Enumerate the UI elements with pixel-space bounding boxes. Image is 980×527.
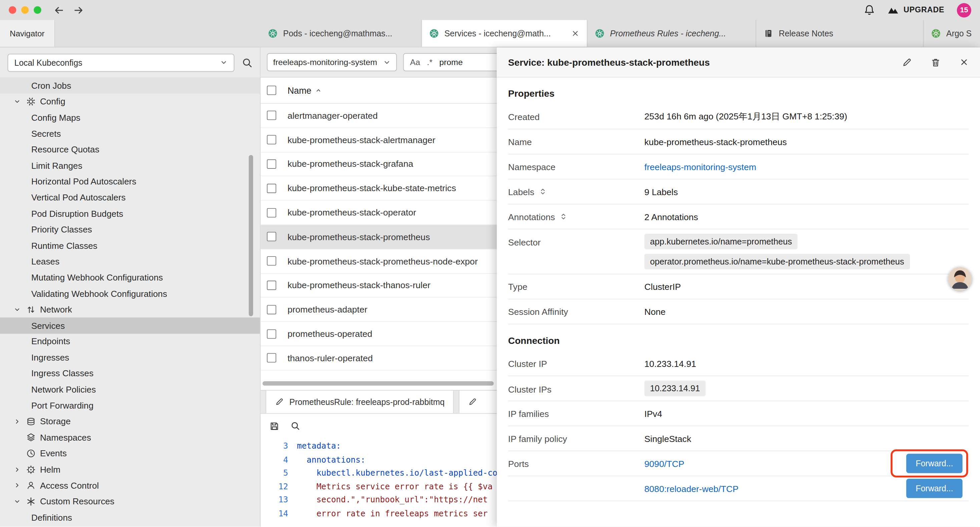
sidebar-item-horizontal-pod-autoscalers[interactable]: Horizontal Pod Autoscalers xyxy=(0,174,260,189)
search-input[interactable]: Aa .* prome xyxy=(403,53,497,71)
table-row-thanos-ruler-operated[interactable]: thanos-ruler-operated xyxy=(261,346,497,371)
sidebar-item-custom-resources[interactable]: Custom Resources xyxy=(0,493,260,509)
value-text[interactable]: freeleaps-monitoring-system xyxy=(644,161,756,172)
minimize-window-button[interactable] xyxy=(21,6,29,14)
row-checkbox[interactable] xyxy=(267,329,276,339)
tab-services-icecheng-math[interactable]: Services - icecheng@math... xyxy=(422,20,588,47)
forward-button[interactable]: Forward... xyxy=(906,454,963,473)
sidebar-item-namespaces[interactable]: Namespaces xyxy=(0,429,260,445)
sidebar-item-priority-classes[interactable]: Priority Classes xyxy=(0,221,260,237)
tab-pods-icecheng-mathmas[interactable]: Pods - icecheng@mathmas... xyxy=(261,20,422,47)
dock-tab-next[interactable] xyxy=(459,390,497,413)
row-checkbox[interactable] xyxy=(267,256,276,266)
sidebar-item-secrets[interactable]: Secrets xyxy=(0,126,260,142)
row-checkbox[interactable] xyxy=(267,280,276,290)
row-checkbox[interactable] xyxy=(267,183,276,193)
sidebar-item-resource-quotas[interactable]: Resource Quotas xyxy=(0,142,260,158)
sidebar-item-pod-disruption-budgets[interactable]: Pod Disruption Budgets xyxy=(0,205,260,221)
row-checkbox[interactable] xyxy=(267,232,276,242)
select-all-checkbox[interactable] xyxy=(267,86,276,95)
match-case-toggle[interactable]: Aa xyxy=(410,57,420,67)
name-column-header[interactable]: Name xyxy=(288,85,322,96)
tab-release-notes[interactable]: Release Notes xyxy=(756,20,924,47)
back-button[interactable] xyxy=(54,5,64,15)
chevron-down-icon[interactable] xyxy=(14,98,21,105)
row-checkbox[interactable] xyxy=(267,111,276,120)
editor-line[interactable]: 4 annotations: xyxy=(261,453,497,466)
editor-line[interactable]: 12 Metrics service error rate is {{ $va xyxy=(261,480,497,493)
edit-icon[interactable] xyxy=(902,57,912,67)
kubeconfig-select[interactable]: Local Kubeconfigs xyxy=(7,53,234,72)
sidebar-item-limit-ranges[interactable]: Limit Ranges xyxy=(0,158,260,174)
close-window-button[interactable] xyxy=(9,6,16,14)
chevron-right-icon[interactable] xyxy=(14,418,21,425)
maximize-window-button[interactable] xyxy=(34,6,41,14)
sidebar-item-network[interactable]: Network xyxy=(0,301,260,318)
search-icon[interactable] xyxy=(242,57,253,68)
sort-toggle-icon[interactable] xyxy=(539,188,547,196)
editor-line[interactable]: 13 second.","runbook_url":"https://net xyxy=(261,493,497,506)
sidebar-item-helm[interactable]: Helm xyxy=(0,461,260,477)
forward-button[interactable] xyxy=(73,5,84,15)
sidebar-item-events[interactable]: Events xyxy=(0,445,260,461)
row-checkbox[interactable] xyxy=(267,353,276,363)
table-row-kube-prometheus-stack-kube-state-metrics[interactable]: kube-prometheus-stack-kube-state-metrics xyxy=(261,177,497,201)
sidebar-item-network-policies[interactable]: Network Policies xyxy=(0,381,260,397)
sort-toggle-icon[interactable] xyxy=(559,212,567,220)
table-row-kube-prometheus-stack-grafana[interactable]: kube-prometheus-stack-grafana xyxy=(261,152,497,177)
sidebar-item-leases[interactable]: Leases xyxy=(0,253,260,269)
editor-line[interactable]: 14 error rate in freeleaps metrics ser xyxy=(261,507,497,520)
sidebar-item-storage[interactable]: Storage xyxy=(0,413,260,429)
namespace-select[interactable]: freeleaps-monitoring-system xyxy=(267,53,397,71)
row-checkbox[interactable] xyxy=(267,135,276,145)
sidebar-item-endpoints[interactable]: Endpoints xyxy=(0,334,260,350)
sidebar-item-ingress-classes[interactable]: Ingress Classes xyxy=(0,366,260,382)
chevron-down-icon[interactable] xyxy=(14,498,21,505)
upgrade-button[interactable]: UPGRADE xyxy=(887,4,944,16)
table-row-prometheus-adapter[interactable]: prometheus-adapter xyxy=(261,298,497,322)
save-icon[interactable] xyxy=(269,421,280,431)
sidebar-item-cron-jobs[interactable]: Cron Jobs xyxy=(0,77,260,93)
sidebar-item-config[interactable]: Config xyxy=(0,93,260,110)
port-link[interactable]: 9090/TCP xyxy=(644,458,684,468)
navigator-tab[interactable]: Navigator xyxy=(0,20,55,47)
trash-icon[interactable] xyxy=(931,57,941,67)
notifications-bell-icon[interactable] xyxy=(864,4,875,16)
tab-close-icon[interactable] xyxy=(571,29,579,37)
table-row-kube-prometheus-stack-thanos-ruler[interactable]: kube-prometheus-stack-thanos-ruler xyxy=(261,274,497,298)
sidebar-item-port-forwarding[interactable]: Port Forwarding xyxy=(0,397,260,413)
tab-prometheus-rules-icecheng[interactable]: Prometheus Rules - icecheng... xyxy=(587,20,756,47)
table-row-kube-prometheus-stack-prometheus-node-ex[interactable]: kube-prometheus-stack-prometheus-node-ex… xyxy=(261,249,497,274)
dock-tab-prometheusrule-freeleaps-prod-rabbitmq[interactable]: PrometheusRule: freeleaps-prod-rabbitmq xyxy=(266,390,454,413)
close-icon[interactable] xyxy=(959,57,969,67)
table-row-kube-prometheus-stack-alertmanager[interactable]: kube-prometheus-stack-alertmanager xyxy=(261,128,497,153)
yaml-editor[interactable]: 3metadata:4 annotations:5 kubectl.kubern… xyxy=(261,438,497,520)
sidebar-item-ingresses[interactable]: Ingresses xyxy=(0,350,260,366)
row-checkbox[interactable] xyxy=(267,208,276,217)
editor-line[interactable]: 3metadata: xyxy=(261,439,497,453)
row-checkbox[interactable] xyxy=(267,159,276,169)
sidebar-scrollbar[interactable] xyxy=(249,155,253,316)
sidebar-item-definitions[interactable]: Definitions xyxy=(0,509,260,525)
sidebar-item-config-maps[interactable]: Config Maps xyxy=(0,110,260,126)
table-row-kube-prometheus-stack-operator[interactable]: kube-prometheus-stack-operator xyxy=(261,201,497,225)
editor-line[interactable]: 5 kubectl.kubernetes.io/last-applied-co xyxy=(261,466,497,480)
notification-count-badge[interactable]: 15 xyxy=(957,3,971,17)
horizontal-scrollbar[interactable] xyxy=(262,381,494,385)
table-row-alertmanager-operated[interactable]: alertmanager-operated xyxy=(261,104,497,128)
chevron-right-icon[interactable] xyxy=(14,482,21,489)
chevron-right-icon[interactable] xyxy=(14,466,21,473)
sidebar-item-access-control[interactable]: Access Control xyxy=(0,477,260,493)
sidebar-item-services[interactable]: Services xyxy=(0,318,260,334)
table-row-prometheus-operated[interactable]: prometheus-operated xyxy=(261,322,497,346)
port-link[interactable]: 8080:reloader-web/TCP xyxy=(644,483,738,493)
search-icon[interactable] xyxy=(291,421,300,431)
forward-button[interactable]: Forward... xyxy=(906,479,963,498)
floating-avatar[interactable] xyxy=(948,267,972,291)
sidebar-item-mutating-webhook-configurations[interactable]: Mutating Webhook Configurations xyxy=(0,269,260,285)
sidebar-item-validating-webhook-configurations[interactable]: Validating Webhook Configurations xyxy=(0,285,260,301)
chevron-down-icon[interactable] xyxy=(14,306,21,313)
sidebar-item-runtime-classes[interactable]: Runtime Classes xyxy=(0,237,260,253)
table-row-kube-prometheus-stack-prometheus[interactable]: kube-prometheus-stack-prometheus xyxy=(261,225,497,250)
tab-argo-s[interactable]: Argo S xyxy=(924,20,980,47)
